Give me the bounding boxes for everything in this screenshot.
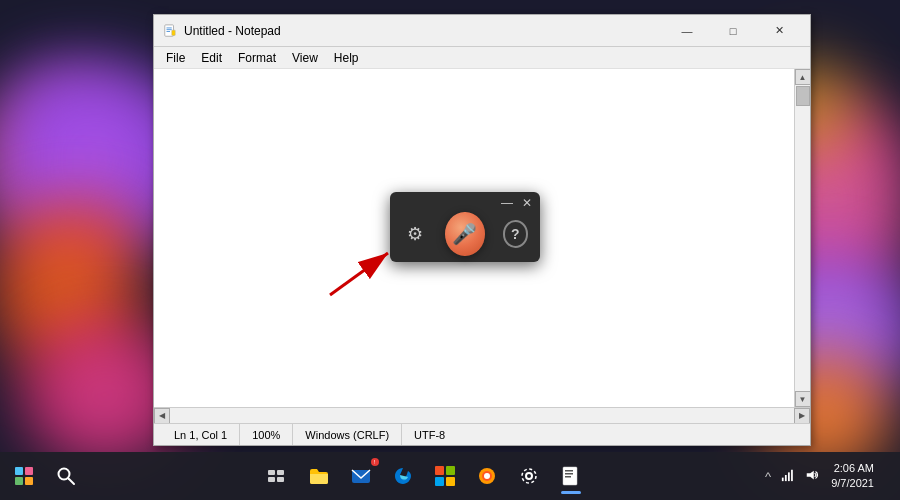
svg-rect-35 — [791, 469, 793, 480]
svg-rect-10 — [25, 477, 33, 485]
status-position: Ln 1, Col 1 — [162, 424, 240, 445]
mail-badge: ! — [371, 458, 379, 466]
scroll-down-btn[interactable]: ▼ — [795, 391, 811, 407]
menu-view[interactable]: View — [284, 49, 326, 67]
taskbar-store[interactable] — [425, 456, 465, 496]
svg-rect-20 — [446, 466, 455, 475]
scroll-track — [795, 85, 810, 391]
window-title: Untitled - Notepad — [184, 24, 664, 38]
svg-point-18 — [397, 479, 409, 483]
svg-line-12 — [69, 479, 75, 485]
show-desktop-button[interactable] — [884, 452, 892, 500]
clock-time: 2:06 AM — [831, 461, 874, 476]
start-button[interactable] — [0, 452, 48, 500]
scroll-up-btn[interactable]: ▲ — [795, 69, 811, 85]
taskbar-items: ! — [84, 456, 763, 496]
svg-rect-16 — [277, 477, 284, 482]
svg-rect-21 — [435, 477, 444, 486]
desktop: Untitled - Notepad — □ ✕ File Edit Forma… — [0, 0, 900, 500]
scroll-thumb[interactable] — [796, 86, 810, 106]
tray-network[interactable] — [779, 466, 797, 487]
svg-rect-22 — [446, 477, 455, 486]
widget-close-button[interactable]: ✕ — [520, 196, 534, 210]
svg-rect-30 — [565, 473, 573, 475]
title-bar: Untitled - Notepad — □ ✕ — [154, 15, 810, 47]
svg-marker-36 — [807, 470, 814, 479]
svg-rect-14 — [277, 470, 284, 475]
taskbar-task-view[interactable] — [257, 456, 297, 496]
voice-input-widget: — ✕ ⚙ 🎤 ? — [390, 192, 540, 262]
taskbar-search-button[interactable] — [48, 452, 84, 500]
question-mark-icon: ? — [511, 226, 520, 242]
taskbar-edge[interactable] — [383, 456, 423, 496]
svg-rect-31 — [565, 476, 571, 478]
widget-body: ⚙ 🎤 ? — [390, 212, 540, 264]
menu-edit[interactable]: Edit — [193, 49, 230, 67]
taskbar-firefox[interactable] — [467, 456, 507, 496]
tray-chevron[interactable]: ^ — [763, 467, 773, 486]
status-line-ending: Windows (CRLF) — [293, 424, 402, 445]
svg-rect-19 — [435, 466, 444, 475]
svg-rect-1 — [167, 27, 172, 28]
svg-rect-34 — [788, 472, 790, 481]
svg-rect-32 — [782, 477, 784, 481]
taskbar-notepad[interactable] — [551, 456, 591, 496]
scrollbar-vertical[interactable]: ▲ ▼ — [794, 69, 810, 407]
svg-rect-2 — [167, 29, 172, 30]
system-tray: ^ 2:06 AM 9/7/2021 — [763, 452, 900, 500]
scroll-right-btn[interactable]: ▶ — [794, 408, 810, 424]
microphone-button[interactable]: 🎤 — [445, 212, 484, 256]
svg-point-25 — [484, 473, 490, 479]
scrollbar-horizontal[interactable]: ◀ ▶ — [154, 407, 810, 423]
svg-rect-4 — [172, 30, 176, 35]
menu-bar: File Edit Format View Help — [154, 47, 810, 69]
status-encoding: UTF-8 — [402, 424, 457, 445]
widget-settings-button[interactable]: ⚙ — [402, 220, 427, 248]
svg-rect-15 — [268, 477, 275, 482]
window-controls: — □ ✕ — [664, 15, 802, 47]
svg-rect-9 — [15, 477, 23, 485]
widget-minimize-button[interactable]: — — [500, 196, 514, 210]
tray-volume[interactable] — [803, 466, 821, 487]
app-icon — [162, 23, 178, 39]
microphone-icon: 🎤 — [452, 222, 477, 246]
widget-help-button[interactable]: ? — [503, 220, 529, 248]
svg-rect-33 — [785, 475, 787, 481]
taskbar-clock[interactable]: 2:06 AM 9/7/2021 — [827, 459, 878, 494]
svg-rect-29 — [565, 470, 573, 472]
menu-format[interactable]: Format — [230, 49, 284, 67]
svg-rect-7 — [15, 467, 23, 475]
scroll-left-btn[interactable]: ◀ — [154, 408, 170, 424]
svg-point-26 — [526, 473, 532, 479]
taskbar-settings[interactable] — [509, 456, 549, 496]
clock-date: 9/7/2021 — [831, 476, 874, 491]
taskbar-explorer[interactable] — [299, 456, 339, 496]
maximize-button[interactable]: □ — [710, 15, 756, 47]
menu-help[interactable]: Help — [326, 49, 367, 67]
scroll-h-track — [170, 408, 794, 423]
minimize-button[interactable]: — — [664, 15, 710, 47]
status-bar: Ln 1, Col 1 100% Windows (CRLF) UTF-8 — [154, 423, 810, 445]
svg-rect-3 — [167, 31, 171, 32]
svg-rect-8 — [25, 467, 33, 475]
svg-rect-13 — [268, 470, 275, 475]
taskbar: ! — [0, 452, 900, 500]
gear-icon: ⚙ — [407, 223, 423, 245]
svg-point-27 — [522, 469, 536, 483]
close-button[interactable]: ✕ — [756, 15, 802, 47]
taskbar-mail[interactable]: ! — [341, 456, 381, 496]
menu-file[interactable]: File — [158, 49, 193, 67]
status-zoom: 100% — [240, 424, 293, 445]
widget-header: — ✕ — [390, 192, 540, 212]
